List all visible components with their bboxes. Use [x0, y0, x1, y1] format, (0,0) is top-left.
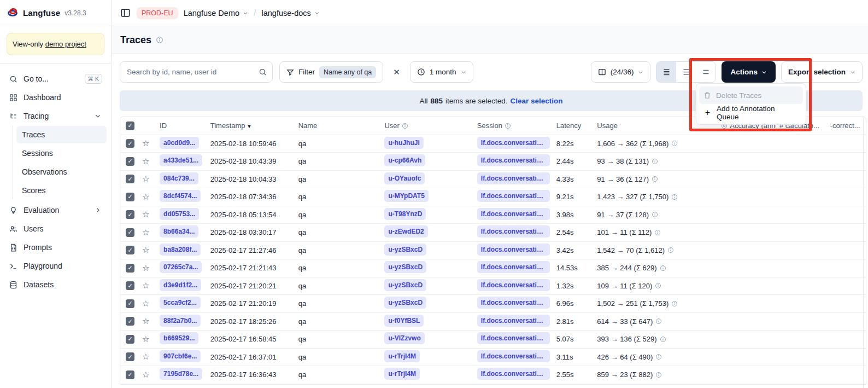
info-icon[interactable] [655, 372, 662, 378]
demo-project-link[interactable]: demo project [45, 40, 86, 48]
sidebar-item-sessions[interactable]: Sessions [16, 144, 107, 162]
session-badge[interactable]: lf.docs.conversation... [477, 225, 550, 238]
sidebar-item-scores[interactable]: Scores [16, 182, 107, 199]
info-icon[interactable] [671, 300, 678, 307]
info-icon[interactable] [655, 354, 662, 360]
session-badge[interactable]: lf.docs.conversation... [477, 332, 550, 344]
table-row[interactable]: ✓ ☆ 084c739... 2025-02-18 10:04:33 qa u-… [120, 170, 866, 188]
star-icon[interactable]: ☆ [142, 174, 149, 183]
sidebar-item-prompts[interactable]: Prompts [4, 239, 107, 256]
menu-item-delete-traces[interactable]: Delete Traces [699, 86, 803, 104]
sidebar-item-tracing[interactable]: Tracing [4, 107, 107, 125]
time-range-button[interactable]: 1 month [410, 61, 473, 83]
project-switcher[interactable]: langfuse-docs [261, 9, 319, 18]
session-badge[interactable]: lf.docs.conversation... [477, 315, 550, 327]
row-height-large-button[interactable] [696, 62, 715, 82]
info-icon[interactable] [660, 336, 666, 343]
search-input[interactable] [127, 68, 259, 76]
row-checkbox[interactable]: ✓ [126, 246, 134, 254]
row-checkbox[interactable]: ✓ [126, 175, 134, 183]
table-row[interactable]: ✓ ☆ a0cd0d9... 2025-02-18 10:59:46 qa u-… [120, 135, 866, 153]
user-badge[interactable]: u-OYauofc [384, 172, 425, 184]
session-badge[interactable]: lf.docs.conversation... [477, 350, 550, 362]
star-icon[interactable]: ☆ [142, 157, 149, 166]
user-badge[interactable]: u-VIZzvwo [384, 332, 424, 344]
sidebar-item-observations[interactable]: Observations [16, 163, 107, 181]
user-badge[interactable]: u-f0YfBSL [384, 315, 424, 327]
session-badge[interactable]: lf.docs.conversation... [477, 172, 550, 184]
header-timestamp[interactable]: Timestamp▼ [207, 117, 295, 135]
star-icon[interactable]: ☆ [142, 299, 149, 308]
session-badge[interactable]: lf.docs.conversation... [477, 137, 550, 149]
user-badge[interactable]: u-T98YnzD [384, 208, 426, 220]
trace-id-badge[interactable]: dd05753... [160, 208, 199, 220]
table-row[interactable]: ✓ ☆ d3e9d1f2... 2025-02-17 21:20:21 qa u… [120, 277, 866, 295]
trace-id-badge[interactable]: 88f2a7b0... [160, 315, 201, 327]
table-row[interactable]: ✓ ☆ b669529... 2025-02-17 16:58:45 qa u-… [120, 331, 866, 349]
star-icon[interactable]: ☆ [142, 210, 149, 219]
table-row[interactable]: ✓ ☆ 07265c7a... 2025-02-17 21:21:43 qa u… [120, 259, 866, 277]
session-badge[interactable]: lf.docs.conversation... [477, 190, 550, 202]
row-height-medium-button[interactable] [676, 62, 696, 82]
star-icon[interactable]: ☆ [142, 138, 149, 148]
sidebar-item-dashboard[interactable]: Dashboard [4, 89, 107, 106]
header-id[interactable]: ID [156, 117, 207, 135]
sidebar-item-evaluation[interactable]: Evaluation [4, 201, 107, 219]
trace-id-badge[interactable]: b669529... [160, 332, 198, 344]
session-badge[interactable]: lf.docs.conversation... [477, 208, 550, 220]
row-checkbox[interactable]: ✓ [126, 139, 134, 148]
trace-id-badge[interactable]: 5cca9cf2... [160, 297, 201, 309]
table-row[interactable]: ✓ ☆ 5cca9cf2... 2025-02-17 21:20:19 qa u… [120, 295, 866, 313]
info-icon[interactable] [671, 194, 678, 200]
trace-id-badge[interactable]: 8dcf4574... [160, 190, 201, 202]
trace-id-badge[interactable]: a433de51... [160, 154, 202, 166]
star-icon[interactable]: ☆ [142, 263, 149, 273]
info-icon[interactable] [655, 318, 662, 325]
filter-button[interactable]: Filter Name any of qa [279, 61, 383, 83]
info-icon[interactable] [156, 36, 163, 44]
header-score-correct[interactable]: -correct... [827, 117, 866, 135]
session-badge[interactable]: lf.docs.conversation... [477, 297, 550, 309]
header-session[interactable]: Session [474, 117, 553, 135]
actions-button[interactable]: Actions [722, 61, 776, 83]
sidebar-item-playground[interactable]: Playground [4, 257, 107, 275]
info-icon[interactable] [654, 229, 661, 236]
row-checkbox[interactable]: ✓ [126, 370, 134, 379]
user-badge[interactable]: u-yzSBxcD [384, 297, 426, 309]
user-badge[interactable]: u-yzSBxcD [384, 244, 426, 256]
session-badge[interactable]: lf.docs.conversation... [477, 279, 550, 291]
row-checkbox[interactable]: ✓ [126, 193, 134, 201]
star-icon[interactable]: ☆ [142, 352, 149, 361]
trace-id-badge[interactable]: 07265c7a... [160, 261, 202, 273]
table-row[interactable]: ✓ ☆ 88f2a7b0... 2025-02-17 18:25:26 qa u… [120, 312, 866, 331]
row-checkbox[interactable]: ✓ [126, 281, 134, 290]
session-badge[interactable]: lf.docs.conversation... [477, 244, 550, 256]
clear-filter-button[interactable]: ✕ [390, 64, 403, 80]
search-icon[interactable] [259, 68, 267, 76]
row-checkbox[interactable]: ✓ [126, 299, 134, 308]
columns-button[interactable]: (24/36) [591, 61, 651, 83]
select-all-checkbox[interactable]: ✓ [126, 121, 134, 130]
info-icon[interactable] [652, 158, 658, 165]
star-icon[interactable]: ☆ [142, 192, 149, 201]
user-badge[interactable]: u-zEwdED2 [384, 225, 427, 238]
table-row[interactable]: ✓ ☆ a433de51... 2025-02-18 10:43:39 qa u… [120, 153, 866, 171]
org-switcher[interactable]: Langfuse Demo [184, 9, 248, 18]
info-icon[interactable] [655, 282, 661, 289]
row-checkbox[interactable]: ✓ [126, 264, 134, 273]
row-height-small-button[interactable] [656, 62, 676, 82]
info-icon[interactable] [652, 211, 658, 218]
menu-item-add-to-annotation-queue[interactable]: + Add to Annotation Queue [699, 104, 803, 121]
trace-id-badge[interactable]: ba8a208f... [160, 244, 201, 256]
trace-id-badge[interactable]: d3e9d1f2... [160, 279, 201, 291]
trace-id-badge[interactable]: 8b66a34... [160, 225, 198, 238]
user-badge[interactable]: u-yzSBxcD [384, 261, 426, 273]
user-badge[interactable]: u-rTrjI4M [384, 350, 420, 362]
sidebar-item-users[interactable]: Users [4, 220, 107, 238]
info-icon[interactable] [652, 176, 658, 182]
star-icon[interactable]: ☆ [142, 281, 149, 290]
user-badge[interactable]: u-rTrjI4M [384, 368, 420, 380]
row-checkbox[interactable]: ✓ [126, 335, 134, 344]
table-row[interactable]: ✓ ☆ 8b66a34... 2025-02-18 03:30:17 qa u-… [120, 224, 866, 242]
table-row[interactable]: ✓ ☆ ba8a208f... 2025-02-17 21:27:46 qa u… [120, 241, 866, 259]
